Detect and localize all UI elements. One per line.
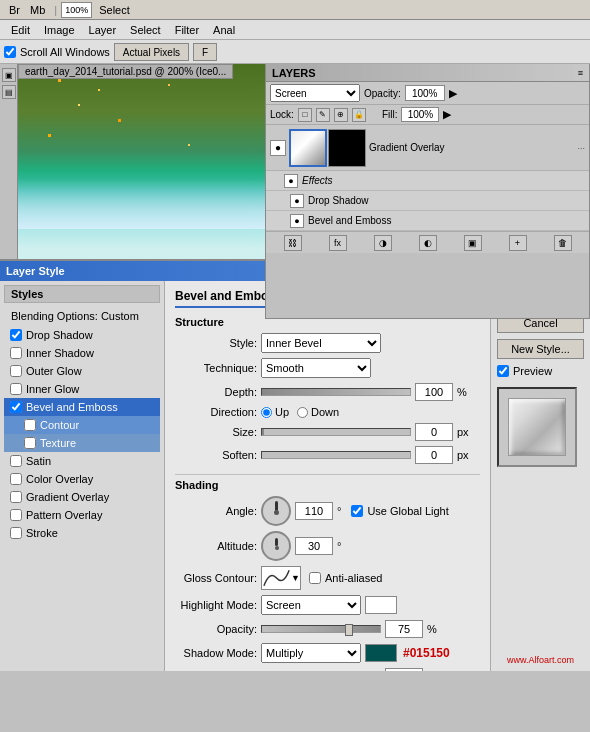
preview-inner [508, 398, 566, 456]
layer-eye-1[interactable]: ● [270, 140, 286, 156]
layers-tool-mask[interactable]: ◑ [374, 235, 392, 251]
sidebar-item-outerglow[interactable]: Outer Glow [4, 362, 160, 380]
app-br[interactable]: Br [4, 3, 25, 17]
lock-icon-3[interactable]: ⊕ [334, 108, 348, 122]
highlight-mode-select[interactable]: Screen [261, 595, 361, 615]
anti-aliased-checkbox[interactable] [309, 572, 321, 584]
sidebar-item-contour[interactable]: Contour [4, 416, 160, 434]
layer-eye-effects[interactable]: ● [284, 174, 298, 188]
depth-slider[interactable] [261, 388, 411, 396]
direction-down-radio[interactable] [297, 407, 308, 418]
size-slider[interactable] [261, 428, 411, 436]
fill-arrow[interactable]: ▶ [443, 108, 451, 121]
angle-value[interactable] [295, 502, 333, 520]
contour-checkbox[interactable] [24, 419, 36, 431]
texture-checkbox[interactable] [24, 437, 36, 449]
outerglow-checkbox[interactable] [10, 365, 22, 377]
stroke-label: Stroke [26, 527, 58, 539]
shadow-opacity-value[interactable] [385, 668, 423, 671]
sidebar-item-dropshadow[interactable]: Drop Shadow [4, 326, 160, 344]
menu-image[interactable]: Image [37, 22, 82, 38]
contour-dropdown-arrow[interactable]: ▼ [291, 573, 300, 583]
zoom-value[interactable]: 100% [65, 5, 88, 15]
menu-edit[interactable]: Edit [4, 22, 37, 38]
direction-down-label[interactable]: Down [297, 406, 339, 418]
altitude-value[interactable] [295, 537, 333, 555]
lock-icon-4[interactable]: 🔒 [352, 108, 366, 122]
global-light-checkbox[interactable] [351, 505, 363, 517]
direction-up-label[interactable]: Up [261, 406, 289, 418]
innershadow-checkbox[interactable] [10, 347, 22, 359]
preview-checkbox[interactable] [497, 365, 509, 377]
layers-tool-add[interactable]: + [509, 235, 527, 251]
sparkle-2 [98, 89, 100, 91]
layer-eye-dropshadow[interactable]: ● [290, 194, 304, 208]
patternoverlay-checkbox[interactable] [10, 509, 22, 521]
tool-icon-2[interactable]: ▤ [2, 85, 16, 99]
lock-icon-1[interactable]: □ [298, 108, 312, 122]
layer-effects[interactable]: ● Effects [266, 171, 589, 191]
size-value[interactable] [415, 423, 453, 441]
fill-input[interactable] [401, 107, 439, 122]
coloroverlay-checkbox[interactable] [10, 473, 22, 485]
layer-bevel-emboss[interactable]: ● Bevel and Emboss [266, 211, 589, 231]
angle-wheel[interactable] [261, 496, 291, 526]
sidebar-item-stroke[interactable]: Stroke [4, 524, 160, 542]
highlight-opacity-slider[interactable] [261, 625, 381, 633]
layers-tool-delete[interactable]: 🗑 [554, 235, 572, 251]
altitude-wheel[interactable] [261, 531, 291, 561]
technique-select[interactable]: Smooth [261, 358, 371, 378]
sidebar-item-blending[interactable]: Blending Options: Custom [4, 306, 160, 326]
sidebar-item-coloroverlay[interactable]: Color Overlay [4, 470, 160, 488]
sidebar-item-bevel[interactable]: Bevel and Emboss [4, 398, 160, 416]
menu-anal[interactable]: Anal [206, 22, 242, 38]
layers-tool-group[interactable]: ▣ [464, 235, 482, 251]
highlight-color-swatch[interactable] [365, 596, 397, 614]
blend-mode-select[interactable]: Screen [270, 84, 360, 102]
layer-eye-bevel[interactable]: ● [290, 214, 304, 228]
sidebar-item-innershadow[interactable]: Inner Shadow [4, 344, 160, 362]
lock-icon-2[interactable]: ✎ [316, 108, 330, 122]
soften-slider[interactable] [261, 451, 411, 459]
menu-layer[interactable]: Layer [82, 22, 124, 38]
layer-drop-shadow[interactable]: ● Drop Shadow [266, 191, 589, 211]
layers-tool-link[interactable]: ⛓ [284, 235, 302, 251]
gloss-contour-preview[interactable]: ▼ [261, 566, 301, 590]
app-mb[interactable]: Mb [25, 3, 50, 17]
menu-select[interactable]: Select [123, 22, 168, 38]
satin-checkbox[interactable] [10, 455, 22, 467]
direction-up-radio[interactable] [261, 407, 272, 418]
layers-tool-fx[interactable]: fx [329, 235, 347, 251]
innerglow-checkbox[interactable] [10, 383, 22, 395]
soften-value[interactable] [415, 446, 453, 464]
sidebar-item-satin[interactable]: Satin [4, 452, 160, 470]
opacity-input[interactable] [405, 85, 445, 101]
fit-btn[interactable]: F [193, 43, 217, 61]
tool-icon[interactable]: ▣ [2, 68, 16, 82]
layer-gradient-overlay[interactable]: ● Gradient Overlay ··· [266, 125, 589, 171]
scroll-windows-checkbox[interactable] [4, 46, 16, 58]
bevel-checkbox[interactable] [10, 401, 22, 413]
shadow-mode-row: Shadow Mode: Multiply #015150 [175, 643, 480, 663]
shadow-mode-select[interactable]: Multiply [261, 643, 361, 663]
new-style-button[interactable]: New Style... [497, 339, 584, 359]
sidebar-item-texture[interactable]: Texture [4, 434, 160, 452]
highlight-opacity-value[interactable] [385, 620, 423, 638]
dropshadow-checkbox[interactable] [10, 329, 22, 341]
sidebar-item-patternoverlay[interactable]: Pattern Overlay [4, 506, 160, 524]
layers-tool-adj[interactable]: ◐ [419, 235, 437, 251]
canvas-tab-label[interactable]: earth_day_2014_tutorial.psd @ 200% (Ice0… [18, 64, 233, 79]
style-select[interactable]: Inner Bevel [261, 333, 381, 353]
highlight-opacity-thumb[interactable] [345, 624, 353, 636]
stroke-checkbox[interactable] [10, 527, 22, 539]
opacity-arrow[interactable]: ▶ [449, 87, 457, 100]
shadow-color-swatch[interactable] [365, 644, 397, 662]
sidebar-item-innerglow[interactable]: Inner Glow [4, 380, 160, 398]
depth-value[interactable] [415, 383, 453, 401]
sidebar-item-gradientoverlay[interactable]: Gradient Overlay [4, 488, 160, 506]
sidebar-styles-item[interactable]: Styles [4, 285, 160, 303]
menu-filter[interactable]: Filter [168, 22, 206, 38]
actual-pixels-btn[interactable]: Actual Pixels [114, 43, 189, 61]
layers-collapse-icon[interactable]: ≡ [578, 68, 583, 78]
gradientoverlay-checkbox[interactable] [10, 491, 22, 503]
